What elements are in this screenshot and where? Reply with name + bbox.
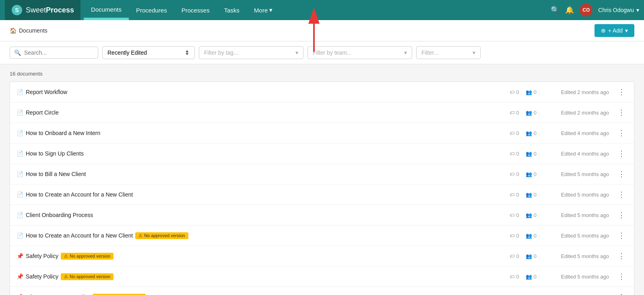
- doc-title-text: How to Onboard a New Intern: [26, 130, 100, 136]
- filter-dropdown[interactable]: Filter... ▾: [416, 46, 481, 59]
- tag-count: 🏷 0: [510, 171, 519, 177]
- svg-text:S: S: [15, 7, 19, 13]
- doc-title[interactable]: 📄 Client Onboarding Process: [17, 212, 510, 218]
- tag-icon: 🏷: [510, 89, 515, 95]
- doc-time: Edited 2 months ago: [545, 89, 609, 95]
- doc-title[interactable]: 📄 How to Bill a New Client: [17, 171, 510, 177]
- more-options-button[interactable]: ⋮: [615, 230, 627, 241]
- member-count: 👥 0: [526, 171, 537, 177]
- table-row: 📄 Report Workflow 🏷 0 👥 0 Edited 2 month…: [10, 82, 634, 102]
- team-filter-dropdown[interactable]: Filter by team... ▾: [308, 46, 412, 59]
- doc-title[interactable]: 📄 Report Workflow: [17, 89, 510, 95]
- nav-more[interactable]: More ▾: [247, 0, 280, 20]
- doc-title-text: Report Circle: [26, 109, 59, 116]
- doc-meta: 🏷 0 👥 0: [510, 192, 537, 198]
- doc-time: Edited 5 months ago: [545, 192, 609, 198]
- tag-count: 🏷 0: [510, 212, 519, 218]
- tag-count: 🏷 0: [510, 110, 519, 116]
- doc-title[interactable]: 📄 How to Create an Account for a New Cli…: [17, 232, 510, 239]
- doc-title[interactable]: 📄 Report Circle: [17, 109, 510, 116]
- more-options-button[interactable]: ⋮: [615, 292, 627, 295]
- doc-time: Edited 4 months ago: [545, 151, 609, 157]
- sort-label: Recently Edited: [107, 49, 147, 56]
- more-options-button[interactable]: ⋮: [615, 189, 627, 200]
- doc-title[interactable]: 📌 Safety Policy ⚠ No approved version: [17, 273, 510, 280]
- tag-icon: 🏷: [510, 212, 515, 218]
- members-icon: 👥: [526, 171, 532, 177]
- team-chevron-icon: ▾: [404, 49, 407, 56]
- sort-dropdown[interactable]: Recently Edited ⇕: [102, 46, 195, 59]
- filter-chevron-icon: ▾: [473, 49, 475, 56]
- more-options-button[interactable]: ⋮: [615, 148, 627, 159]
- policy-icon: 📌: [17, 273, 23, 280]
- member-count: 👥 0: [526, 130, 537, 136]
- filter-label: Filter...: [421, 49, 438, 56]
- members-icon: 👥: [526, 130, 532, 136]
- doc-time: Edited 5 months ago: [545, 233, 609, 239]
- document-icon: 📄: [17, 109, 23, 116]
- nav-tasks[interactable]: Tasks: [217, 0, 247, 20]
- search-icon[interactable]: 🔍: [551, 6, 559, 14]
- more-options-button[interactable]: ⋮: [615, 271, 627, 282]
- document-icon: 📄: [17, 150, 23, 157]
- nav-procedures[interactable]: Procedures: [129, 0, 174, 20]
- members-icon: 👥: [526, 233, 532, 239]
- more-options-button[interactable]: ⋮: [615, 251, 627, 261]
- doc-meta: 🏷 0 👥 0: [510, 253, 537, 259]
- tag-filter-label: Filter by tag...: [204, 49, 238, 56]
- user-menu[interactable]: Chris Odogwu ▾: [598, 7, 639, 13]
- member-count: 👥 0: [526, 212, 537, 218]
- more-options-button[interactable]: ⋮: [615, 87, 627, 97]
- doc-time: Edited 4 months ago: [545, 130, 609, 136]
- doc-title[interactable]: 📄 How to Sign Up Clients: [17, 150, 510, 157]
- doc-title-text: How to Create an Account for a New Clien…: [26, 191, 133, 198]
- nav-processes[interactable]: Processes: [174, 0, 217, 20]
- table-row: 📄 How to Onboard a New Intern 🏷 0 👥 0 Ed…: [10, 123, 634, 143]
- doc-time: Edited 5 months ago: [545, 274, 609, 280]
- tag-icon: 🏷: [510, 130, 515, 136]
- doc-title[interactable]: 📌 Safety Policy ⚠ No approved version: [17, 253, 510, 260]
- more-options-button[interactable]: ⋮: [615, 107, 627, 118]
- brand-logo-area[interactable]: S SweetProcess: [5, 0, 80, 20]
- policy-icon: 📌: [17, 253, 23, 259]
- table-row: 📄 How to Sign Up Clients 🏷 0 👥 0 Edited …: [10, 143, 634, 164]
- tag-count: 🏷 0: [510, 89, 519, 95]
- tag-count: 🏷 0: [510, 130, 519, 136]
- search-box[interactable]: 🔍: [10, 47, 98, 59]
- warning-icon: ⚠: [64, 254, 68, 259]
- bell-icon[interactable]: 🔔: [565, 6, 574, 14]
- doc-title-text: How to Sign Up Clients: [26, 150, 84, 157]
- members-icon: 👥: [526, 89, 532, 95]
- avatar[interactable]: CO: [580, 4, 592, 16]
- search-input[interactable]: [24, 49, 94, 56]
- doc-title-text: Safety Policy: [26, 273, 58, 280]
- add-button[interactable]: ⊕ + Add ▾: [594, 24, 634, 37]
- tag-icon: 🏷: [510, 171, 515, 177]
- doc-title[interactable]: 📄 How to Onboard a New Intern: [17, 130, 510, 136]
- more-options-button[interactable]: ⋮: [615, 128, 627, 138]
- member-count: 👥 0: [526, 151, 537, 157]
- member-count: 👥 0: [526, 253, 537, 259]
- doc-title[interactable]: 📌 Client Engagement Policy ⚠ No approved…: [17, 294, 510, 295]
- document-icon: 📄: [17, 232, 23, 239]
- tag-filter-dropdown[interactable]: Filter by tag... ▾: [199, 46, 303, 59]
- doc-time: Edited 5 months ago: [545, 253, 609, 259]
- tag-icon: 🏷: [510, 151, 515, 157]
- doc-meta: 🏷 0 👥 0: [510, 233, 537, 239]
- document-count: 16 documents: [10, 71, 634, 77]
- nav-items: Documents Procedures Processes Tasks Mor…: [84, 0, 551, 20]
- no-approved-version-badge: ⚠ No approved version: [61, 273, 114, 280]
- nav-documents[interactable]: Documents: [84, 0, 129, 20]
- more-options-button[interactable]: ⋮: [615, 169, 627, 179]
- table-row: 📄 How to Create an Account for a New Cli…: [10, 225, 634, 246]
- tag-icon: 🏷: [510, 192, 515, 198]
- no-approved-version-badge: ⚠ No approved version: [61, 253, 114, 260]
- doc-meta: 🏷 0 👥 0: [510, 212, 537, 218]
- tag-icon: 🏷: [510, 253, 515, 259]
- brand-name: SweetProcess: [26, 6, 74, 14]
- add-icon: ⊕: [601, 27, 606, 34]
- more-options-button[interactable]: ⋮: [615, 210, 627, 220]
- member-count: 👥 0: [526, 233, 537, 239]
- doc-title-text: How to Create an Account for a New Clien…: [26, 232, 133, 239]
- doc-title[interactable]: 📄 How to Create an Account for a New Cli…: [17, 191, 510, 198]
